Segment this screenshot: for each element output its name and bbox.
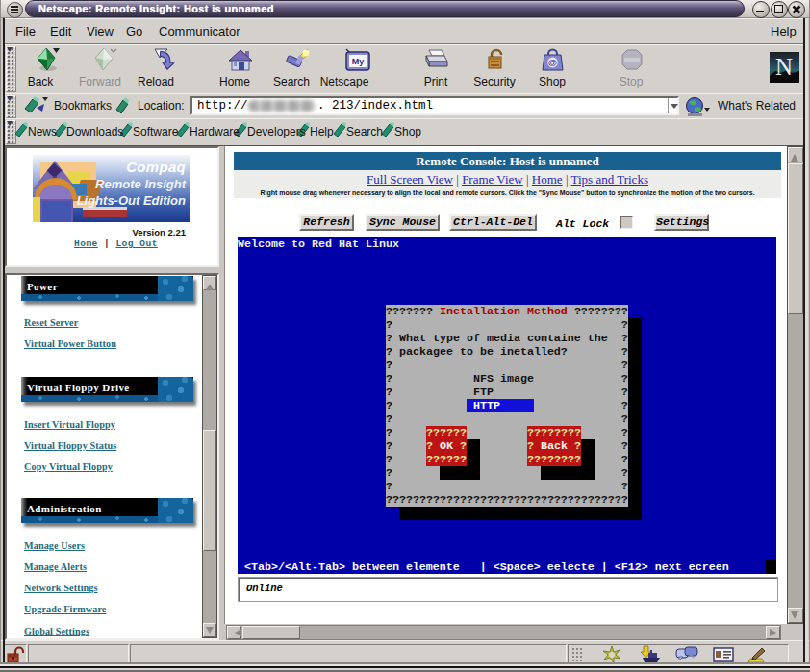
svg-text:N: N xyxy=(775,54,793,80)
svg-text:My: My xyxy=(352,57,365,66)
svg-text:@: @ xyxy=(548,57,557,67)
